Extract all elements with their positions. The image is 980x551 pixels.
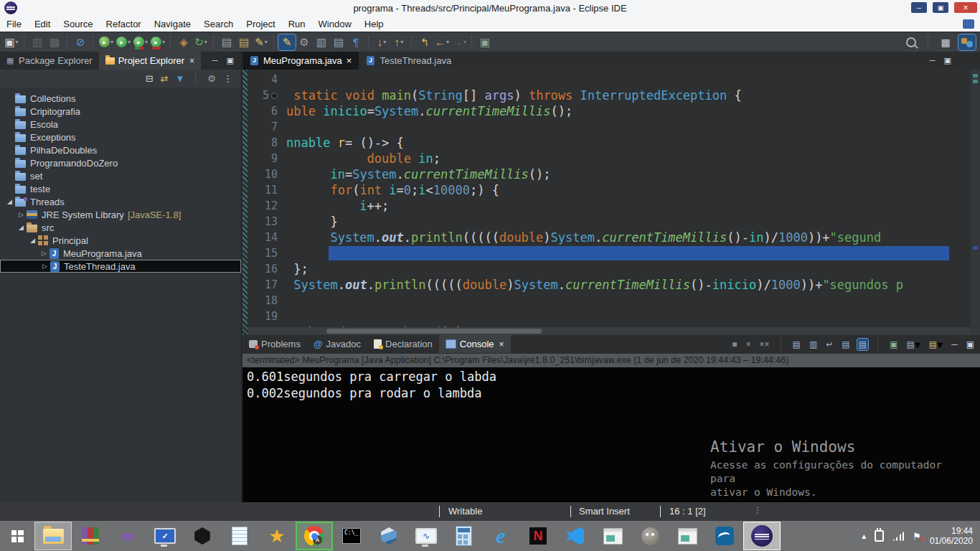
tree-item-escola[interactable]: Escola [0, 118, 241, 131]
open-resource-icon[interactable]: ▤ [235, 34, 253, 50]
console-output[interactable]: 0.601segundos pra carregar o labda0.002s… [242, 367, 980, 502]
tree-item-exceptions[interactable]: Exceptions [0, 131, 241, 143]
build-settings-icon[interactable]: ⚙ [296, 34, 313, 50]
open-perspective-icon[interactable]: ▦ [937, 34, 954, 50]
internet-explorer[interactable]: e [482, 522, 519, 550]
file-explorer[interactable] [34, 522, 72, 550]
maximize-view-icon[interactable]: ▣ [227, 56, 234, 65]
close-tab-icon[interactable]: × [347, 55, 352, 66]
pin-editor-icon[interactable]: ▣ [476, 34, 494, 50]
code-line[interactable]: 4 [248, 72, 971, 88]
annotate-icon[interactable]: ✎▾ [253, 34, 270, 50]
last-edit-location-icon[interactable]: ↰ [416, 34, 433, 50]
system-properties[interactable]: ✓ [146, 522, 184, 550]
code-editor[interactable]: 45 static void main(String[] args) throw… [242, 70, 980, 335]
network-signal-icon[interactable] [892, 532, 904, 541]
debug-icon[interactable]: ▸▾ [98, 34, 115, 50]
console-tab-problems[interactable]: Problems [242, 335, 307, 353]
collapse-all-icon[interactable]: ⊟ [146, 73, 154, 84]
code-line[interactable]: 11 for(int i=0;i<10000;) { [248, 182, 971, 198]
code-line[interactable]: 8nnable r= ()-> { [248, 135, 971, 151]
power-icon[interactable] [875, 530, 884, 542]
tab-package-explorer[interactable]: ▦Package Explorer [0, 52, 99, 70]
tray-expand-icon[interactable]: ▴ [862, 531, 866, 541]
menu-project[interactable]: Project [240, 19, 281, 29]
chrome[interactable]: A [296, 522, 333, 550]
minimize-view-icon[interactable]: ─ [212, 56, 218, 65]
eclipse[interactable] [743, 522, 781, 550]
menu-refactor[interactable]: Refactor [100, 19, 148, 29]
pin-console-icon[interactable]: ▣ [888, 339, 899, 350]
code-line[interactable]: 19 [248, 309, 971, 324]
maximize-button[interactable]: ▣ [933, 2, 948, 13]
start-button[interactable] [0, 522, 34, 550]
terminate-icon[interactable]: ■ [730, 339, 738, 350]
tree-item-principal[interactable]: ◢Principal [0, 234, 241, 247]
code-line[interactable]: 15 [248, 245, 971, 261]
tree-item-testethread-java[interactable]: ▷JTesteThread.java [0, 260, 241, 273]
horizontal-scrollbar[interactable] [248, 327, 971, 335]
code-line[interactable]: 6uble inicio=System.currentTimeMillis(); [248, 103, 971, 119]
code-line[interactable]: 9 double in; [248, 151, 971, 166]
tree-arrow-open-icon[interactable]: ◢ [16, 224, 27, 231]
unity[interactable] [184, 522, 221, 550]
show-source-icon[interactable]: ▤ [330, 34, 347, 50]
favorites[interactable]: ★ [258, 522, 296, 550]
calculator[interactable] [445, 522, 482, 550]
show-on-stdout-icon[interactable]: ▤ [840, 339, 851, 350]
console-tab-console[interactable]: Console× [439, 335, 511, 353]
scrollbar-thumb[interactable] [326, 329, 542, 334]
minimize-editor-icon[interactable]: ─ [930, 56, 936, 65]
code-line[interactable]: 5 static void main(String[] args) throws… [248, 88, 971, 103]
code-line[interactable]: 13 } [248, 214, 971, 230]
menu-window[interactable]: Window [312, 19, 358, 29]
back-icon[interactable]: ←▾ [433, 34, 451, 50]
view-settings-icon[interactable]: ⚙ [207, 73, 216, 84]
menu-help[interactable]: Help [358, 19, 390, 29]
code-line[interactable]: 10 in=System.currentTimeMillis(); [248, 166, 971, 182]
taskbar-clock[interactable]: 19:44 01/06/2020 [930, 526, 973, 546]
tree-item-pilhadedoubles[interactable]: PilhaDeDoubles [0, 143, 241, 156]
new-wizard-icon[interactable]: ▣▾ [3, 34, 20, 50]
mysql-workbench[interactable] [706, 522, 743, 550]
tree-item-collections[interactable]: Collections [0, 92, 241, 105]
menu-search[interactable]: Search [197, 19, 240, 29]
skip-all-breakpoints-icon[interactable]: ⊘ [72, 34, 89, 50]
tab-project-explorer[interactable]: Project Explorer× [99, 52, 202, 70]
forward-icon[interactable]: →▾ [451, 34, 468, 50]
open-console-icon[interactable]: ▤▾ [928, 337, 944, 352]
open-type-icon[interactable]: ▤ [218, 34, 235, 50]
search-icon[interactable] [903, 34, 920, 50]
tree-item-teste[interactable]: teste [0, 182, 241, 195]
photos-app-2[interactable] [669, 522, 706, 550]
editor-tab-testethread-java[interactable]: JTesteThread.java [359, 52, 458, 70]
close-button[interactable]: × [954, 2, 977, 13]
minimize-view-icon[interactable]: ─ [950, 339, 959, 350]
maximize-editor-icon[interactable]: ▣ [944, 56, 951, 65]
tree-item-threads[interactable]: ◢Threads [0, 195, 241, 208]
tree-item-cripitografia[interactable]: Cripitografia [0, 105, 241, 118]
code-line[interactable]: 16 }; [248, 261, 971, 277]
previous-annotation-icon[interactable]: ↑▾ [390, 34, 407, 50]
gimp[interactable] [631, 522, 669, 550]
word-wrap-icon[interactable]: ↵ [824, 339, 834, 350]
resource-monitor[interactable]: ∿ [407, 522, 445, 550]
tree-item-meuprograma-java[interactable]: ▷JMeuPrograma.java [0, 247, 241, 260]
clear-console-icon[interactable]: ▤ [791, 339, 802, 350]
netbeans[interactable] [370, 522, 407, 550]
scroll-lock-icon[interactable]: ▥ [808, 339, 819, 350]
mark-occurrences-icon[interactable]: ✎ [278, 34, 296, 50]
console-tab-declaration[interactable]: Declaration [367, 335, 439, 353]
new-java-class-icon[interactable]: ◈ [175, 34, 192, 50]
run-icon[interactable]: ▸▾ [115, 34, 132, 50]
next-annotation-icon[interactable]: ↓▾ [373, 34, 390, 50]
link-with-editor-icon[interactable]: ⇄ [161, 73, 169, 84]
display-console-icon[interactable]: ▤▾ [905, 337, 921, 352]
view-menu-icon[interactable]: ⋮ [223, 73, 232, 84]
tree-arrow-closed-icon[interactable]: ▷ [39, 250, 50, 257]
save-icon[interactable]: ▥ [29, 34, 46, 50]
tree-arrow-closed-icon[interactable]: ▷ [16, 211, 27, 218]
checkout-icon[interactable]: ↻▾ [192, 34, 209, 50]
command-prompt[interactable]: C:\_ [333, 522, 370, 550]
menu-source[interactable]: Source [57, 19, 99, 29]
